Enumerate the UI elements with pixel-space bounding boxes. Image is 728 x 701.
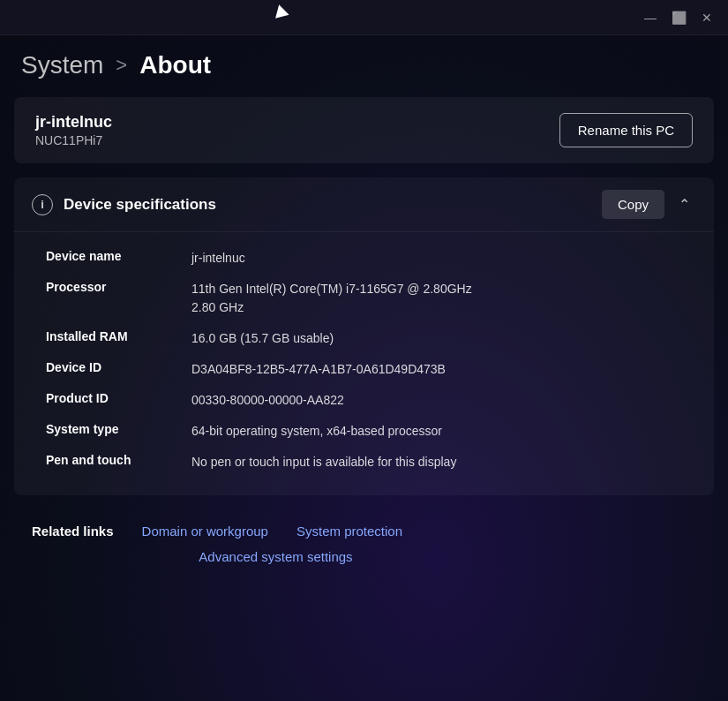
table-row: Device name jr-intelnuc	[46, 243, 696, 274]
table-row: Processor 11th Gen Intel(R) Core(TM) i7-…	[46, 274, 696, 323]
system-protection-link[interactable]: System protection	[296, 524, 402, 539]
spec-value-ram: 16.0 GB (15.7 GB usable)	[191, 329, 696, 348]
breadcrumb-separator: >	[116, 54, 127, 77]
related-links-label: Related links	[32, 524, 114, 539]
related-links-section: Related links Domain or workgroup System…	[14, 509, 714, 578]
spec-value-product-id: 00330-80000-00000-AA822	[191, 391, 696, 410]
table-row: Device ID D3A04BF8-12B5-477A-A1B7-0A61D4…	[46, 354, 696, 385]
spec-label-device-id: Device ID	[46, 360, 191, 374]
table-row: Product ID 00330-80000-00000-AA822	[46, 385, 696, 416]
spec-label-ram: Installed RAM	[46, 329, 191, 343]
pc-model: NUC11PHi7	[35, 133, 112, 147]
table-row: Pen and touch No pen or touch input is a…	[46, 447, 696, 478]
pc-name-info: jr-intelnuc NUC11PHi7	[35, 113, 112, 147]
window-controls: — ⬜ ✕	[640, 7, 717, 28]
close-icon[interactable]: ✕	[696, 7, 717, 28]
advanced-system-settings-link[interactable]: Advanced system settings	[199, 549, 352, 564]
spec-value-device-name: jr-intelnuc	[191, 249, 696, 268]
table-row: System type 64-bit operating system, x64…	[46, 416, 696, 447]
page-title: About	[139, 51, 211, 79]
maximize-icon[interactable]: ⬜	[668, 7, 689, 28]
rename-pc-button[interactable]: Rename this PC	[559, 113, 693, 147]
spec-label-system-type: System type	[46, 422, 191, 436]
info-icon: i	[32, 194, 53, 215]
collapse-icon[interactable]: ⌃	[672, 192, 696, 217]
page-header: System > About	[0, 35, 728, 97]
spec-label-pen-touch: Pen and touch	[46, 453, 191, 467]
advanced-settings-row: Advanced system settings	[32, 549, 696, 564]
related-links-row: Related links Domain or workgroup System…	[32, 524, 696, 539]
specs-header-right: Copy ⌃	[602, 190, 696, 219]
spec-value-processor: 11th Gen Intel(R) Core(TM) i7-1165G7 @ 2…	[191, 280, 696, 317]
specs-header-left: i Device specifications	[32, 194, 216, 215]
spec-value-device-id: D3A04BF8-12B5-477A-A1B7-0A61D49D473B	[191, 360, 696, 379]
spec-label-device-name: Device name	[46, 249, 191, 263]
table-row: Installed RAM 16.0 GB (15.7 GB usable)	[46, 323, 696, 354]
specs-header: i Device specifications Copy ⌃	[14, 177, 714, 232]
device-specs-section: i Device specifications Copy ⌃ Device na…	[14, 177, 714, 495]
domain-workgroup-link[interactable]: Domain or workgroup	[142, 524, 268, 539]
breadcrumb-system[interactable]: System	[21, 51, 103, 79]
spec-value-pen-touch: No pen or touch input is available for t…	[191, 453, 696, 471]
minimize-icon[interactable]: —	[640, 7, 661, 28]
top-bar: — ⬜ ✕	[0, 0, 728, 35]
spec-label-processor: Processor	[46, 280, 191, 294]
pc-name-section: jr-intelnuc NUC11PHi7 Rename this PC	[14, 97, 714, 163]
spec-value-system-type: 64-bit operating system, x64-based proce…	[191, 422, 696, 441]
copy-button[interactable]: Copy	[602, 190, 664, 219]
spec-label-product-id: Product ID	[46, 391, 191, 405]
specs-table: Device name jr-intelnuc Processor 11th G…	[14, 232, 714, 495]
pc-hostname: jr-intelnuc	[35, 113, 112, 132]
specs-title: Device specifications	[64, 196, 216, 214]
